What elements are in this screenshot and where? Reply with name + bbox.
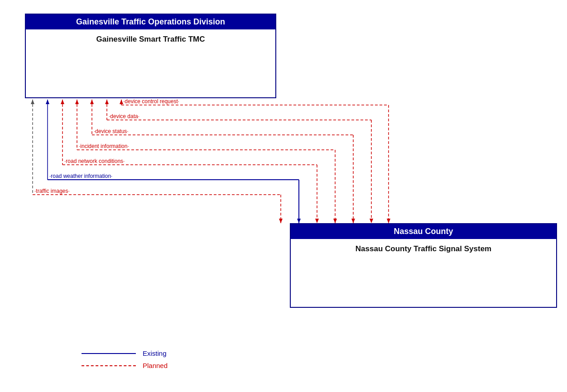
svg-marker-22 [105, 100, 109, 104]
legend-existing: Existing [82, 349, 168, 357]
legend-planned-label: Planned [143, 362, 168, 369]
svg-marker-30 [351, 219, 355, 223]
svg-text:·device control request·: ·device control request· [123, 98, 179, 105]
svg-marker-32 [315, 219, 319, 223]
svg-marker-24 [75, 100, 79, 104]
svg-marker-21 [120, 100, 123, 104]
svg-marker-27 [31, 100, 34, 104]
svg-marker-26 [46, 100, 49, 104]
nassau-header: Nassau County [291, 224, 556, 239]
svg-marker-33 [297, 219, 301, 223]
nassau-body: Nassau County Traffic Signal System [291, 239, 556, 307]
svg-marker-34 [279, 219, 283, 223]
svg-text:·device data·: ·device data· [109, 113, 139, 120]
legend-existing-line [82, 353, 136, 354]
legend-planned: Planned [82, 362, 168, 369]
nassau-box: Nassau County Nassau County Traffic Sign… [290, 223, 557, 308]
svg-text:·road network conditions·: ·road network conditions· [64, 158, 125, 164]
legend-existing-label: Existing [143, 349, 167, 357]
svg-marker-31 [333, 219, 337, 223]
svg-marker-28 [387, 219, 390, 223]
gainesville-body: Gainesville Smart Traffic TMC [26, 29, 275, 97]
svg-marker-23 [90, 100, 94, 104]
legend-planned-line [82, 365, 136, 366]
gainesville-header: Gainesville Traffic Operations Division [26, 14, 275, 29]
svg-text:·incident information·: ·incident information· [79, 143, 129, 149]
svg-marker-29 [370, 219, 373, 223]
svg-marker-25 [61, 100, 64, 104]
legend: Existing Planned [82, 349, 168, 374]
svg-text:·road weather information·: ·road weather information· [49, 173, 112, 179]
gainesville-box: Gainesville Traffic Operations Division … [25, 14, 276, 98]
svg-text:·device status·: ·device status· [94, 128, 129, 134]
svg-text:·traffic images·: ·traffic images· [34, 188, 70, 194]
